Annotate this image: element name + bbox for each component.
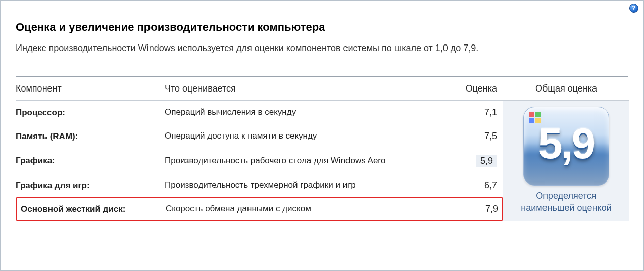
row-component: Графика: <box>16 150 165 172</box>
base-score-value: 5,9 <box>538 118 595 168</box>
row-score: 5,9 <box>448 149 503 173</box>
row-component: Память (RAM): <box>16 125 165 148</box>
divider <box>16 76 628 77</box>
row-component: Графика для игр: <box>16 174 165 197</box>
row-description: Операций доступа к памяти в секунду <box>165 124 448 148</box>
row-description: Производительность рабочего стола для Wi… <box>165 149 448 173</box>
row-description: Скорость обмена данными с диском <box>166 198 449 220</box>
row-score: 7,5 <box>448 125 503 148</box>
row-description: Производительность трехмерной графики и … <box>165 173 448 197</box>
base-score-block: 5,9 Определяется наименьшей оценкой <box>503 101 629 221</box>
col-header-score: Оценка <box>448 83 503 101</box>
row-component: Основной жесткий диск: <box>17 199 166 219</box>
row-score: 7,1 <box>448 101 503 124</box>
page-title: Оценка и увеличение производительности к… <box>16 21 628 34</box>
base-score-badge: 5,9 <box>523 107 609 186</box>
col-header-component: Компонент <box>16 83 165 101</box>
base-score-caption: Определяется наименьшей оценкой <box>503 190 629 214</box>
row-score: 7,9 <box>449 199 504 219</box>
performance-panel: ? Оценка и увеличение производительности… <box>0 0 644 271</box>
highlighted-row: Основной жесткий диск: Скорость обмена д… <box>16 197 503 221</box>
page-description: Индекс производительности Windows исполь… <box>16 43 628 54</box>
row-score: 6,7 <box>448 174 503 197</box>
help-icon[interactable]: ? <box>629 4 638 13</box>
row-component: Процессор: <box>16 102 165 124</box>
row-description: Операций вычисления в секунду <box>165 101 448 124</box>
scores-grid: Компонент Что оценивается Оценка Общая о… <box>16 83 628 221</box>
col-header-what: Что оценивается <box>165 83 448 101</box>
col-header-total: Общая оценка <box>503 83 629 101</box>
